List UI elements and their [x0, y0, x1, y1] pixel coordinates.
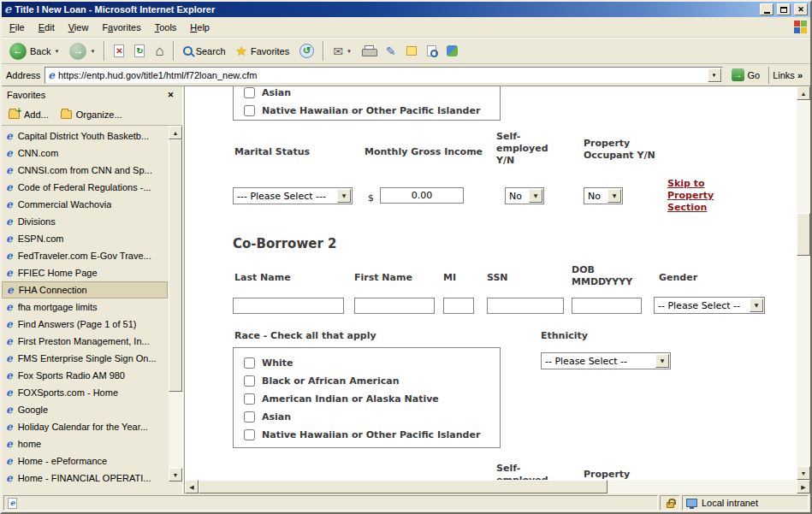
favorite-item[interactable]: eCNN.com: [2, 145, 168, 162]
menu-edit[interactable]: Edit: [32, 19, 62, 36]
organize-favorites-button[interactable]: Organize...: [61, 109, 122, 120]
race-checkbox[interactable]: [244, 375, 255, 387]
favorites-close-button[interactable]: ✕: [164, 89, 177, 101]
maximize-button[interactable]: [777, 3, 791, 15]
dropdown-button[interactable]: ▼: [337, 189, 351, 203]
research-button[interactable]: [423, 39, 441, 62]
race-checkbox[interactable]: [244, 357, 255, 369]
favorite-item[interactable]: eDivisions: [2, 213, 168, 230]
scrollbar-thumb[interactable]: [169, 139, 182, 392]
favorites-scrollbar[interactable]: ▲ ▼: [169, 126, 182, 482]
scroll-up-button[interactable]: ▲: [797, 86, 810, 100]
favorite-item[interactable]: eCommercial Wachovia: [2, 196, 168, 213]
monthly-income-input[interactable]: [380, 187, 464, 204]
favorite-item[interactable]: eCode of Federal Regulations -...: [2, 179, 168, 196]
favorite-item[interactable]: eFOXSports.com - Home: [2, 384, 168, 401]
links-toolbar[interactable]: Links »: [768, 67, 806, 84]
favorite-item[interactable]: eFirst Preston Management, In...: [2, 333, 168, 350]
print-button[interactable]: [358, 39, 380, 62]
back-dropdown-icon[interactable]: ▼: [54, 49, 59, 54]
mail-dropdown-icon[interactable]: ▼: [347, 49, 352, 54]
dropdown-button[interactable]: ▼: [655, 354, 669, 368]
address-dropdown-button[interactable]: ▼: [708, 68, 721, 82]
scroll-left-button[interactable]: ◀: [185, 480, 199, 493]
favorite-item[interactable]: eCNNSI.com from CNN and Sp...: [2, 162, 168, 179]
discuss-button[interactable]: [402, 39, 421, 62]
favorites-button[interactable]: ★ Favorites: [232, 39, 294, 62]
scrollbar-thumb[interactable]: [797, 213, 810, 256]
favorite-item[interactable]: eFox Sports Radio AM 980: [2, 367, 168, 384]
last-name-input[interactable]: [233, 298, 344, 314]
back-button[interactable]: ← Back ▼: [5, 39, 63, 62]
marital-status-select[interactable]: --- Please Select --- ▼: [233, 187, 353, 204]
favorite-item[interactable]: eHome - FINANCIAL OPERATI...: [2, 470, 168, 487]
mi-input[interactable]: [443, 298, 474, 314]
forward-button[interactable]: → ▼: [65, 39, 99, 62]
scroll-down-button[interactable]: ▼: [797, 466, 810, 480]
history-button[interactable]: ↺: [295, 39, 318, 62]
mail-button[interactable]: ✉ ▼: [329, 39, 356, 62]
close-button[interactable]: ✕: [794, 3, 808, 15]
refresh-button[interactable]: ↻: [130, 39, 149, 62]
scrollbar-thumb[interactable]: [199, 480, 608, 493]
back-icon: ←: [9, 43, 27, 60]
menu-help[interactable]: Help: [183, 19, 216, 36]
race-option-row[interactable]: Native Hawaiian or Other Pacific Islande…: [244, 427, 500, 442]
first-name-input[interactable]: [354, 298, 435, 314]
race-option-row[interactable]: White: [244, 355, 500, 370]
race-checkbox[interactable]: [244, 411, 255, 422]
history-icon: ↺: [299, 44, 314, 58]
favorite-item[interactable]: efha mortgage limits: [2, 298, 168, 316]
menu-view[interactable]: View: [62, 19, 96, 36]
gender-select[interactable]: -- Please Select -- ▼: [654, 297, 765, 314]
race-option-row[interactable]: American Indian or Alaska Native: [244, 391, 500, 406]
address-input[interactable]: e https://entp.hud.gov/title1/html/f72lo…: [44, 67, 722, 84]
scroll-right-button[interactable]: ▶: [797, 480, 810, 493]
race-option-row[interactable]: Asian: [244, 409, 500, 424]
home-button[interactable]: ⌂: [151, 39, 168, 62]
ssn-input[interactable]: [487, 298, 564, 314]
favorite-item[interactable]: eCapital District Youth Basketb...: [2, 127, 168, 145]
favorite-item[interactable]: eFFIEC Home Page: [2, 264, 168, 281]
dob-input[interactable]: [572, 298, 642, 314]
favorite-item[interactable]: eHome - ePeformance: [2, 452, 168, 470]
messenger-button[interactable]: [442, 39, 462, 62]
forward-dropdown-icon[interactable]: ▼: [90, 49, 95, 54]
menu-file[interactable]: File: [3, 19, 32, 36]
edit-button[interactable]: ✎: [382, 39, 400, 62]
race-option-row[interactable]: Black or African American: [244, 373, 500, 388]
scroll-down-button[interactable]: ▼: [169, 468, 182, 482]
property-occupant-select[interactable]: No ▼: [584, 187, 623, 204]
skip-to-property-link[interactable]: Skip to Property Section: [667, 178, 720, 214]
favorite-item[interactable]: eHoliday Calendar for the Year...: [2, 418, 168, 435]
ethnicity-select[interactable]: -- Please Select -- ▼: [541, 352, 671, 369]
favorite-item[interactable]: eFMS Enterprise Single Sign On...: [2, 350, 168, 367]
menu-favorites[interactable]: Favorites: [95, 19, 147, 36]
dropdown-button[interactable]: ▼: [608, 189, 621, 203]
dropdown-button[interactable]: ▼: [750, 298, 763, 312]
go-button[interactable]: → Go: [727, 68, 765, 82]
vertical-scrollbar[interactable]: ▲ ▼: [797, 86, 810, 480]
scroll-up-button[interactable]: ▲: [169, 126, 182, 139]
add-favorite-button[interactable]: Add...: [9, 109, 49, 120]
favorite-item[interactable]: eFind Answers (Page 1 of 51): [2, 316, 168, 333]
self-employed-select[interactable]: No ▼: [505, 187, 544, 204]
race-checkbox[interactable]: [244, 393, 255, 405]
race-option-row[interactable]: Native Hawaiian or Other Pacific Islande…: [244, 103, 500, 118]
favorite-item[interactable]: eFedTraveler.com E-Gov Trave...: [2, 247, 168, 264]
favorite-item[interactable]: eESPN.com: [2, 230, 168, 247]
race-option-row[interactable]: Asian: [244, 86, 500, 100]
search-button[interactable]: Search: [179, 39, 230, 62]
race-checkbox[interactable]: [244, 87, 255, 98]
race-checkbox[interactable]: [244, 429, 255, 440]
minimize-button[interactable]: [760, 3, 773, 15]
menu-tools[interactable]: Tools: [148, 19, 184, 36]
stop-button[interactable]: ✕: [110, 39, 128, 62]
favorite-item[interactable]: ehome: [2, 435, 168, 452]
favorite-item[interactable]: eFHA Connection: [2, 281, 168, 298]
horizontal-scrollbar[interactable]: ◀ ▶: [185, 480, 810, 493]
monthly-gross-income-label: Monthly Gross Income: [365, 146, 483, 158]
favorite-item[interactable]: eGoogle: [2, 401, 168, 418]
dropdown-button[interactable]: ▼: [529, 189, 542, 203]
race-checkbox[interactable]: [244, 105, 255, 116]
